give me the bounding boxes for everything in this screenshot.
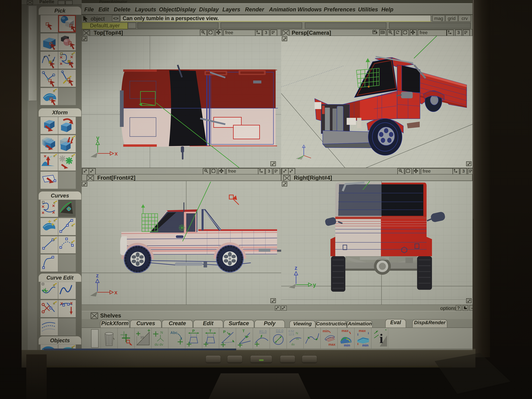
- svg-text:min: min: [362, 343, 368, 347]
- svg-text:D2.0: D2.0: [276, 329, 283, 333]
- svg-text:du: du: [291, 343, 295, 346]
- svg-text:i: i: [380, 331, 383, 346]
- svg-text:R1.0: R1.0: [259, 329, 267, 334]
- svg-text:y: y: [96, 135, 99, 141]
- svg-text:dv: dv: [296, 337, 299, 340]
- svg-text:du dv: du dv: [155, 342, 163, 346]
- svg-text:max: max: [329, 342, 336, 346]
- svg-text:min: min: [344, 343, 350, 347]
- svg-text:P: P: [192, 329, 195, 333]
- svg-text:0.52: 0.52: [288, 329, 294, 333]
- svg-text:max: max: [359, 329, 366, 333]
- svg-text:x: x: [114, 289, 117, 295]
- svg-text:x: x: [115, 151, 118, 157]
- svg-text:P: P: [223, 329, 226, 334]
- svg-text:Abc: Abc: [170, 330, 177, 335]
- svg-text:min: min: [323, 329, 329, 333]
- svg-text:z: z: [295, 265, 297, 271]
- svg-text:N: N: [296, 331, 298, 335]
- svg-text:12.5: 12.5: [288, 333, 294, 336]
- svg-text:z: z: [96, 272, 99, 279]
- svg-text:T: T: [209, 329, 211, 333]
- svg-text:max: max: [342, 329, 349, 333]
- svg-text:10: 10: [140, 336, 144, 339]
- svg-text:y: y: [313, 282, 316, 288]
- svg-text:N: N: [160, 330, 163, 334]
- svg-text:T: T: [242, 329, 245, 333]
